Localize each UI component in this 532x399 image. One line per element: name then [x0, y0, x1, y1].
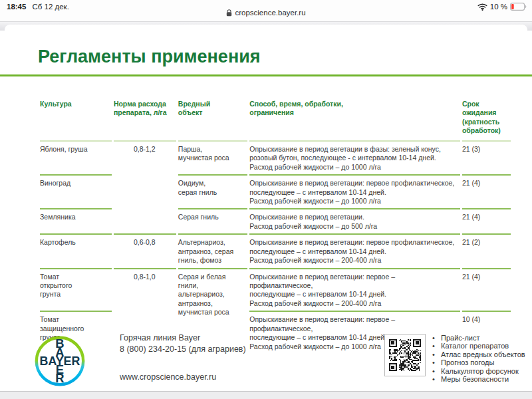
cell-rate: 0,6-0,8 [114, 235, 176, 269]
status-right: 10 % [477, 3, 527, 11]
cell-period: 21 (3) [462, 142, 511, 176]
wifi-icon [477, 3, 487, 11]
bayer-logo: B A BAYER E R [33, 334, 86, 390]
table-row: Земляника Серая гниль Опрыскивание в пер… [40, 209, 511, 235]
table-row: Картофель 0,6-0,8 Альтернариоз, антракно… [40, 235, 511, 269]
footer-link-item[interactable]: Каталог препаратов [432, 342, 525, 350]
table-container: Культура Норма расхода препарата, л/га В… [38, 97, 513, 354]
qr-code [384, 334, 426, 376]
title-underline [0, 74, 532, 76]
cell-method: Опрыскивание в период вегетации: первое … [249, 176, 460, 209]
hotline-block: Горячая линия Bayer 8 (800) 234-20-15 (д… [120, 332, 246, 355]
website-link[interactable]: www.cropscience.bayer.ru [120, 372, 216, 382]
page-title: Регламенты применения [38, 47, 261, 67]
cell-crop: Томат открытого грунта [40, 269, 112, 313]
footer-links: Прайс-лист Каталог препаратов Атлас вред… [432, 334, 525, 383]
battery-percent: 10 % [490, 3, 507, 11]
cell-method: Опрыскивание в период вегетации в фазы: … [249, 142, 460, 176]
footer-link-item[interactable]: Меры безопасности [432, 375, 525, 383]
column-header-method: Способ, время, обработки, ограничения [249, 97, 460, 142]
cell-method: Опрыскивание в период вегетации: первое … [249, 312, 460, 354]
cell-pest: Парша, мучнистая роса [178, 142, 247, 176]
bottom-chrome-strip [0, 391, 532, 399]
footer-link-item[interactable]: Калькулятор форсунок [432, 367, 525, 375]
page-top-corner [5, 25, 527, 31]
url-text: cropscience.bayer.ru [235, 9, 305, 17]
cell-period: 21 (4) [462, 176, 511, 209]
cell-crop: Земляника [40, 209, 112, 235]
battery-icon [510, 3, 527, 11]
cell-period: 21 (4) [462, 209, 511, 235]
cell-method: Опрыскивание в период вегетации. Расход … [249, 209, 460, 235]
column-header-crop: Культура [40, 97, 112, 142]
footer-link-item[interactable]: Атлас вредных объектов [432, 350, 525, 358]
cell-period: 21 (4) [462, 269, 511, 313]
logo-letter: R [55, 371, 64, 385]
cell-crop: Картофель [40, 235, 112, 269]
cell-crop: Виноград [40, 176, 112, 209]
hotline-phone: 8 (800) 234-20-15 (для аграриев) [120, 344, 246, 355]
screen: 18:45Сб 12 дек. cropscience.bayer.ru 10 … [0, 0, 532, 399]
url-bar[interactable]: cropscience.bayer.ru [0, 9, 532, 18]
status-bar: 18:45Сб 12 дек. cropscience.bayer.ru 10 … [0, 0, 532, 22]
cell-rate: 0,8-1,2 [114, 142, 176, 235]
cell-period: 21 (2) [462, 235, 511, 269]
cell-pest: Серая гниль [178, 209, 247, 235]
footer-link-item[interactable]: Прайс-лист [432, 334, 525, 342]
table-row: Виноград Оидиум, серая гниль Опрыскивани… [40, 176, 511, 209]
lock-icon [226, 9, 232, 17]
table-row: Томат открытого грунта 0,8-1,0 Серая и б… [40, 269, 511, 313]
table-row: Яблоня, груша 0,8-1,2 Парша, мучнистая р… [40, 142, 511, 176]
cell-method: Опрыскивание в период вегетации: первое … [249, 269, 460, 313]
cell-crop: Яблоня, груша [40, 142, 112, 176]
column-header-pest: Вредный объект [178, 97, 247, 142]
cell-pest: Оидиум, серая гниль [178, 176, 247, 209]
header-row: Культура Норма расхода препарата, л/га В… [40, 97, 511, 142]
cell-pest: Альтернариоз, антракноз, серая гниль, фо… [178, 235, 247, 269]
cell-method: Опрыскивание в период вегетации: первое … [249, 235, 460, 269]
column-header-rate: Норма расхода препарата, л/га [114, 97, 176, 142]
footer-link-item[interactable]: Прогноз погоды [432, 358, 525, 366]
regulations-table: Культура Норма расхода препарата, л/га В… [38, 97, 513, 354]
hotline-title: Горячая линия Bayer [120, 332, 246, 344]
column-header-period: Срок ожидания (кратность обработок) [462, 97, 511, 142]
